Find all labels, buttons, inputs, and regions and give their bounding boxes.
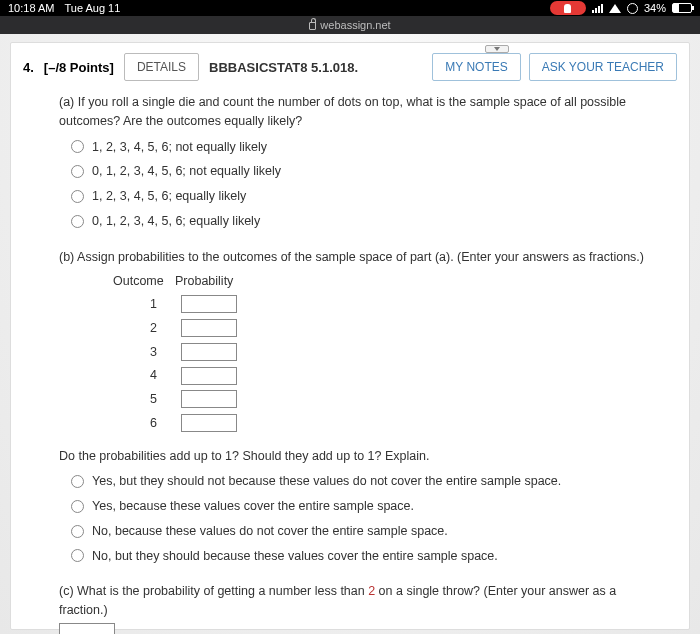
- col-probability: Probability: [175, 272, 233, 291]
- radio-button[interactable]: [71, 165, 84, 178]
- browser-url-bar[interactable]: webassign.net: [0, 16, 700, 34]
- radio-button[interactable]: [71, 475, 84, 488]
- part-c: (c) What is the probability of getting a…: [59, 582, 657, 634]
- probability-input[interactable]: [181, 414, 237, 432]
- question-header: 4. [–/8 Points] DETAILS BBBASICSTAT8 5.1…: [11, 43, 689, 89]
- part-c-input[interactable]: [59, 623, 115, 634]
- option-label: 1, 2, 3, 4, 5, 6; equally likely: [92, 187, 246, 206]
- option-row: 0, 1, 2, 3, 4, 5, 6; equally likely: [59, 209, 657, 234]
- option-row: Yes, because these values cover the enti…: [59, 494, 657, 519]
- addup-options: Yes, but they should not because these v…: [59, 469, 657, 568]
- radio-button[interactable]: [71, 215, 84, 228]
- table-row: 1: [113, 295, 657, 314]
- probability-input[interactable]: [181, 367, 237, 385]
- mic-icon: [564, 4, 571, 13]
- part-a-options: 1, 2, 3, 4, 5, 6; not equally likely 0, …: [59, 135, 657, 234]
- radio-button[interactable]: [71, 140, 84, 153]
- lock-icon: [309, 22, 316, 30]
- orientation-lock-icon: [627, 3, 638, 14]
- status-time: 10:18 AM: [8, 2, 54, 14]
- my-notes-button[interactable]: MY NOTES: [432, 53, 520, 81]
- signal-icon: [592, 4, 603, 13]
- part-c-pre: (c) What is the probability of getting a…: [59, 584, 368, 598]
- ipad-status-bar: 10:18 AM Tue Aug 11 34%: [0, 0, 700, 16]
- option-row: 1, 2, 3, 4, 5, 6; not equally likely: [59, 135, 657, 160]
- part-a: (a) If you roll a single die and count t…: [59, 93, 657, 234]
- option-label: Yes, but they should not because these v…: [92, 472, 561, 491]
- wifi-icon: [609, 4, 621, 13]
- radio-button[interactable]: [71, 500, 84, 513]
- radio-button[interactable]: [71, 525, 84, 538]
- option-label: No, because these values do not cover th…: [92, 522, 448, 541]
- outcome-value: 4: [113, 366, 157, 385]
- probability-input[interactable]: [181, 390, 237, 408]
- col-outcome: Outcome: [113, 272, 157, 291]
- table-row: 2: [113, 319, 657, 338]
- option-row: 1, 2, 3, 4, 5, 6; equally likely: [59, 184, 657, 209]
- option-label: 0, 1, 2, 3, 4, 5, 6; equally likely: [92, 212, 260, 231]
- scroll-indicator[interactable]: [485, 45, 509, 53]
- question-card: 4. [–/8 Points] DETAILS BBBASICSTAT8 5.1…: [10, 42, 690, 630]
- outcome-value: 3: [113, 343, 157, 362]
- option-row: No, because these values do not cover th…: [59, 519, 657, 544]
- option-label: 0, 1, 2, 3, 4, 5, 6; not equally likely: [92, 162, 281, 181]
- battery-icon: [672, 3, 692, 13]
- part-b-prompt: (b) Assign probabilities to the outcomes…: [59, 248, 657, 267]
- question-content: (a) If you roll a single die and count t…: [11, 89, 689, 634]
- addup-prompt: Do the probabilities add up to 1? Should…: [59, 447, 657, 466]
- probability-input[interactable]: [181, 295, 237, 313]
- outcome-value: 5: [113, 390, 157, 409]
- option-label: 1, 2, 3, 4, 5, 6; not equally likely: [92, 138, 267, 157]
- details-button[interactable]: DETAILS: [124, 53, 199, 81]
- ask-teacher-button[interactable]: ASK YOUR TEACHER: [529, 53, 677, 81]
- outcome-value: 1: [113, 295, 157, 314]
- outcome-value: 6: [113, 414, 157, 433]
- url-text: webassign.net: [320, 19, 390, 31]
- recording-indicator: [550, 1, 586, 15]
- table-row: 4: [113, 366, 657, 385]
- page-background: 4. [–/8 Points] DETAILS BBBASICSTAT8 5.1…: [0, 34, 700, 634]
- status-date: Tue Aug 11: [64, 2, 120, 14]
- option-row: Yes, but they should not because these v…: [59, 469, 657, 494]
- table-row: 6: [113, 414, 657, 433]
- probability-table: Outcome Probability 1 2 3 4 5 6: [113, 272, 657, 432]
- assignment-code: BBBASICSTAT8 5.1.018.: [209, 60, 358, 75]
- radio-button[interactable]: [71, 549, 84, 562]
- option-label: No, but they should because these values…: [92, 547, 498, 566]
- option-row: 0, 1, 2, 3, 4, 5, 6; not equally likely: [59, 159, 657, 184]
- part-b: (b) Assign probabilities to the outcomes…: [59, 248, 657, 569]
- option-row: No, but they should because these values…: [59, 544, 657, 569]
- probability-input[interactable]: [181, 319, 237, 337]
- question-points: [–/8 Points]: [44, 60, 114, 75]
- battery-pct: 34%: [644, 2, 666, 14]
- question-number: 4.: [23, 60, 34, 75]
- part-a-prompt: (a) If you roll a single die and count t…: [59, 93, 657, 131]
- option-label: Yes, because these values cover the enti…: [92, 497, 414, 516]
- outcome-value: 2: [113, 319, 157, 338]
- radio-button[interactable]: [71, 190, 84, 203]
- probability-input[interactable]: [181, 343, 237, 361]
- table-row: 5: [113, 390, 657, 409]
- table-row: 3: [113, 343, 657, 362]
